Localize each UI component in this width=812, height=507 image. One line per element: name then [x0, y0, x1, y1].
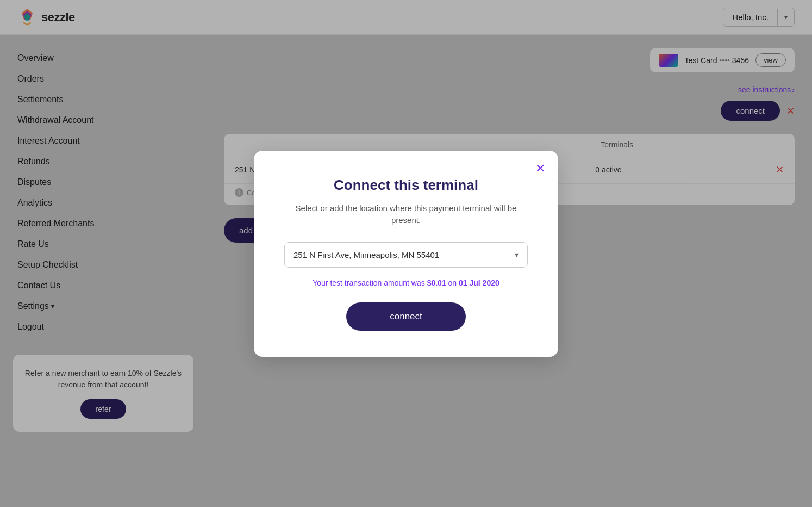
modal-select-value: 251 N First Ave, Minneapolis, MN 55401 [285, 243, 506, 267]
modal-connect-button[interactable]: connect [346, 302, 466, 331]
modal-select-chevron-icon[interactable]: ▾ [506, 243, 527, 267]
modal-title: Connect this terminal [284, 177, 528, 194]
modal-info-amount: $0.01 [427, 279, 446, 287]
modal-info-prefix: Your test transaction amount was [313, 279, 427, 287]
modal-overlay[interactable]: ✕ Connect this terminal Select or add th… [0, 0, 812, 507]
modal-info-date: 01 Jul 2020 [459, 279, 499, 287]
modal: ✕ Connect this terminal Select or add th… [254, 151, 558, 357]
modal-info-text: Your test transaction amount was $0.01 o… [284, 279, 528, 287]
modal-location-select[interactable]: 251 N First Ave, Minneapolis, MN 55401 ▾ [284, 242, 528, 268]
modal-close-button[interactable]: ✕ [535, 162, 545, 176]
modal-subtitle: Select or add the location where this pa… [284, 202, 528, 227]
modal-info-middle: on [446, 279, 459, 287]
